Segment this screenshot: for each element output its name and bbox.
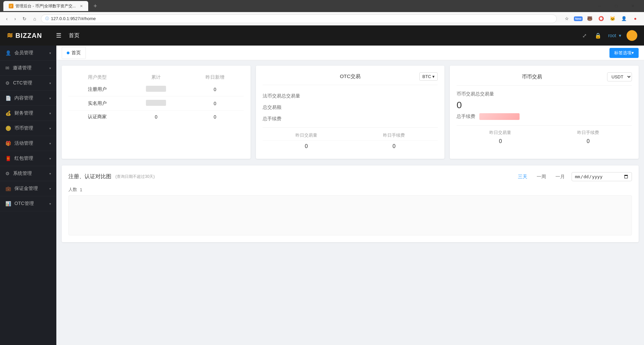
chart-header: 注册、认证对比图 (查询日期不超过30天) 三天 一周 一月: [68, 172, 632, 181]
browser-nav: ‹ › ↻ ⌂ ⓘ 127.0.0.1:9527/#/home ☆ New 🐻 …: [0, 12, 644, 25]
coin-total-volume-label: 币币交易总交易量: [457, 91, 632, 97]
registered-new: 0: [186, 82, 244, 96]
activity-icon: 🎁: [5, 141, 11, 146]
tab-close-button[interactable]: ✕: [80, 4, 83, 8]
sidebar-item-redpacket[interactable]: 🧧 红包管理 ▾: [0, 151, 56, 166]
refresh-button[interactable]: ↻: [20, 15, 29, 23]
user-label: root: [608, 33, 616, 38]
address-bar[interactable]: ⓘ 127.0.0.1:9527/#/home: [41, 14, 557, 23]
sidebar-item-finance[interactable]: 💰 财务管理 ▾: [0, 106, 56, 121]
sidebar-item-label-deposit: 保证金管理: [14, 186, 38, 192]
otc-card: OTC交易 BTC ▾ 法币交易总交易量: [256, 66, 445, 159]
coin-total-volume-value: 0: [457, 100, 632, 111]
sidebar-item-coin[interactable]: 🪙 币币管理 ▾: [0, 121, 56, 136]
coin-title: 币币交易: [457, 74, 607, 80]
registered-total: [126, 82, 186, 96]
otc-sidebar-icon: 📊: [5, 201, 11, 206]
home-button[interactable]: ⌂: [31, 15, 38, 23]
user-avatar[interactable]: [627, 30, 637, 41]
y-axis-value: 1: [80, 187, 82, 192]
bookmark-button[interactable]: ☆: [562, 14, 572, 23]
new-tab-button[interactable]: +: [91, 2, 100, 10]
otc-volume-label: 法币交易总交易量: [263, 93, 300, 99]
sidebar-item-label-coin: 币币管理: [14, 125, 33, 131]
extension-bear-button[interactable]: 🐻: [585, 14, 594, 23]
forward-button[interactable]: ›: [12, 15, 18, 23]
tab-options-button[interactable]: 标签选项▾: [609, 48, 639, 58]
sidebar-item-label-activity: 活动管理: [14, 140, 33, 146]
close-button[interactable]: ✕: [625, 0, 641, 12]
col-user-type: 用户类型: [68, 72, 126, 82]
otc-title: OTC交易: [321, 73, 379, 80]
otc-stats-row: 昨日交易量 昨日手续费 0 0: [263, 130, 438, 152]
coin-header: 币币交易 USDT BTC ETH: [457, 72, 632, 86]
coin-currency-select[interactable]: USDT BTC ETH: [607, 72, 632, 81]
active-tab[interactable]: Z 管理后台 - 币严|全球数字资产交... ✕: [3, 1, 88, 11]
sidebar-item-activity[interactable]: 🎁 活动管理 ▾: [0, 136, 56, 151]
system-icon: ⚙: [5, 171, 10, 176]
sidebar-item-inner-otc: 📊 OTC管理: [5, 201, 34, 207]
sidebar-item-content[interactable]: 📄 内容管理 ▾: [0, 91, 56, 106]
chevron-down-icon-2: ▾: [49, 66, 51, 70]
menu-toggle-button[interactable]: ☰: [54, 30, 63, 41]
ctc-icon: ⚙: [5, 80, 10, 86]
sidebar-item-invite[interactable]: ✉ 邀请管理 ▾: [0, 61, 56, 76]
deposit-icon: 💼: [5, 186, 11, 191]
coin-trading-card: 币币交易 USDT BTC ETH 币币交易总交易量 0 总手续费: [450, 66, 639, 159]
merchant-total: 0: [126, 111, 186, 124]
sidebar-item-deposit[interactable]: 💼 保证金管理 ▾: [0, 181, 56, 196]
user-type-verified: 实名用户: [68, 96, 126, 111]
date-range-input[interactable]: [572, 172, 632, 181]
blurred-value: [146, 86, 166, 92]
url-text: 127.0.0.1:9527/#/home: [51, 16, 96, 21]
tab-title: 管理后台 - 币严|全球数字资产交...: [15, 3, 76, 9]
content-inner: 用户类型 累计 昨日新增 注册用户 0: [56, 60, 644, 248]
sidebar-item-label-finance: 财务管理: [14, 110, 33, 116]
otc-row-amount: 总交易额: [263, 102, 438, 113]
table-row: 注册用户 0: [68, 82, 244, 96]
extension-red-button[interactable]: ●: [631, 14, 640, 23]
back-button[interactable]: ‹: [4, 15, 10, 23]
logo-icon: ≋: [7, 31, 13, 40]
user-info[interactable]: root ▾: [608, 33, 621, 38]
sidebar-item-system[interactable]: ⚙ 系统管理 ▾: [0, 166, 56, 181]
sidebar-item-label-otc: OTC管理: [14, 201, 34, 207]
coin-yesterday-fee-value: 0: [544, 136, 632, 147]
chart-y-label: 人数 1: [68, 187, 632, 193]
minimize-button[interactable]: ─: [592, 0, 607, 12]
chevron-down-icon: ▾: [49, 51, 51, 55]
extension-cat-button[interactable]: 🐱: [608, 14, 617, 23]
lock-button[interactable]: 🔒: [593, 31, 603, 40]
chart-controls: 三天 一周 一月: [515, 172, 632, 181]
fullscreen-button[interactable]: ⤢: [581, 31, 588, 40]
otc-amount-label: 总交易额: [263, 105, 281, 111]
chevron-down-icon-6: ▾: [49, 127, 51, 130]
chevron-down-icon-4: ▾: [49, 96, 51, 100]
chevron-down-icon-5: ▾: [49, 112, 51, 115]
sidebar-item-otc[interactable]: 📊 OTC管理 ▾: [0, 196, 56, 211]
extension-user-button[interactable]: 👤: [619, 14, 629, 23]
coin-fee-row: 总手续费: [457, 113, 632, 120]
otc-currency-select[interactable]: BTC ▾: [419, 72, 438, 81]
verified-new: 0: [186, 96, 244, 111]
select-dropdown-icon: ▾: [432, 74, 435, 79]
home-tab[interactable]: 首页: [62, 47, 86, 59]
extension-new-button[interactable]: New: [574, 14, 583, 23]
time-btn-month[interactable]: 一月: [553, 172, 568, 181]
member-icon: 👤: [5, 50, 11, 56]
maximize-button[interactable]: □: [608, 0, 624, 12]
sidebar-item-member[interactable]: 👤 会员管理 ▾: [0, 46, 56, 61]
main-layout: 👤 会员管理 ▾ ✉ 邀请管理 ▾ ⚙ CTC管理 ▾: [0, 46, 644, 345]
home-tab-label: 首页: [71, 50, 81, 56]
user-stats-table: 用户类型 累计 昨日新增 注册用户 0: [68, 72, 244, 123]
content-icon: 📄: [5, 95, 11, 101]
chevron-down-icon-3: ▾: [49, 81, 51, 85]
time-btn-3days[interactable]: 三天: [515, 172, 530, 181]
otc-yesterday-volume-label: 昨日交易量: [263, 130, 350, 141]
tab-favicon: Z: [9, 4, 13, 8]
extension-circle-button[interactable]: ⭕: [596, 14, 606, 23]
time-btn-week[interactable]: 一周: [534, 172, 549, 181]
otc-fee-label: 总手续费: [263, 116, 281, 122]
sidebar-item-ctc[interactable]: ⚙ CTC管理 ▾: [0, 76, 56, 91]
chevron-down-icon-7: ▾: [49, 142, 51, 145]
